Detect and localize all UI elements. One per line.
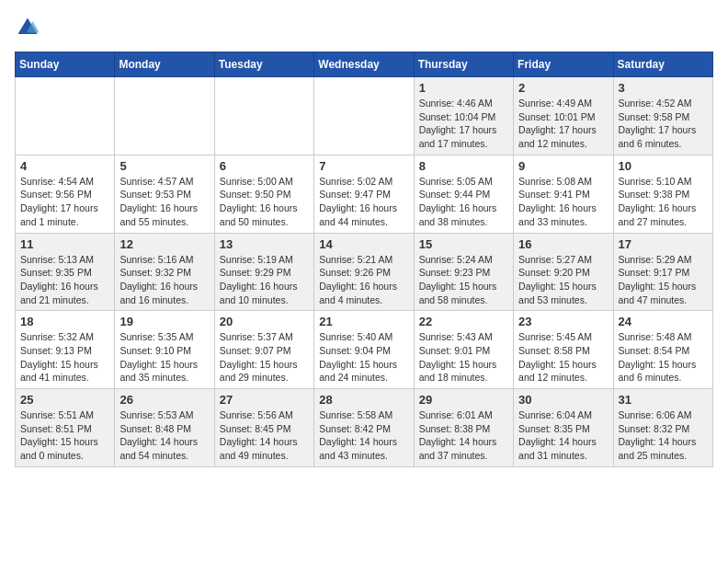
calendar-cell xyxy=(16,77,115,155)
calendar-cell: 11Sunrise: 5:13 AM Sunset: 9:35 PM Dayli… xyxy=(16,233,115,311)
calendar-cell xyxy=(214,77,313,155)
calendar-cell: 14Sunrise: 5:21 AM Sunset: 9:26 PM Dayli… xyxy=(314,233,414,311)
weekday-header: Saturday xyxy=(613,52,712,77)
day-info: Sunrise: 6:04 AM Sunset: 8:35 PM Dayligh… xyxy=(518,408,608,463)
day-number: 5 xyxy=(119,159,209,173)
day-number: 20 xyxy=(220,315,309,328)
weekday-header: Friday xyxy=(514,52,613,77)
page-header xyxy=(15,15,713,40)
day-number: 28 xyxy=(319,393,408,407)
day-info: Sunrise: 5:02 AM Sunset: 9:47 PM Dayligh… xyxy=(319,175,408,229)
day-info: Sunrise: 4:49 AM Sunset: 10:01 PM Daylig… xyxy=(518,97,608,151)
day-info: Sunrise: 4:57 AM Sunset: 9:53 PM Dayligh… xyxy=(119,175,209,229)
day-info: Sunrise: 4:46 AM Sunset: 10:04 PM Daylig… xyxy=(419,97,508,151)
day-number: 31 xyxy=(619,393,708,407)
calendar-cell: 5Sunrise: 4:57 AM Sunset: 9:53 PM Daylig… xyxy=(115,155,214,233)
calendar-cell: 1Sunrise: 4:46 AM Sunset: 10:04 PM Dayli… xyxy=(414,77,513,155)
logo xyxy=(15,15,44,40)
day-number: 29 xyxy=(419,393,508,407)
calendar-cell: 19Sunrise: 5:35 AM Sunset: 9:10 PM Dayli… xyxy=(115,311,214,389)
calendar-cell: 25Sunrise: 5:51 AM Sunset: 8:51 PM Dayli… xyxy=(16,389,115,467)
calendar-week-row: 25Sunrise: 5:51 AM Sunset: 8:51 PM Dayli… xyxy=(16,389,713,467)
day-number: 8 xyxy=(419,159,508,173)
calendar-cell xyxy=(314,77,414,155)
weekday-header: Thursday xyxy=(414,52,513,77)
day-info: Sunrise: 5:56 AM Sunset: 8:45 PM Dayligh… xyxy=(220,408,309,463)
day-number: 3 xyxy=(619,81,708,95)
day-number: 25 xyxy=(20,393,109,407)
day-info: Sunrise: 5:21 AM Sunset: 9:26 PM Dayligh… xyxy=(319,253,408,307)
weekday-header: Wednesday xyxy=(314,52,414,77)
day-info: Sunrise: 4:54 AM Sunset: 9:56 PM Dayligh… xyxy=(20,175,109,229)
day-info: Sunrise: 5:43 AM Sunset: 9:01 PM Dayligh… xyxy=(419,330,508,385)
calendar-cell: 29Sunrise: 6:01 AM Sunset: 8:38 PM Dayli… xyxy=(414,389,513,467)
day-number: 10 xyxy=(619,159,708,173)
day-info: Sunrise: 5:32 AM Sunset: 9:13 PM Dayligh… xyxy=(20,330,109,385)
calendar-week-row: 1Sunrise: 4:46 AM Sunset: 10:04 PM Dayli… xyxy=(16,77,713,155)
calendar-cell: 28Sunrise: 5:58 AM Sunset: 8:42 PM Dayli… xyxy=(314,389,414,467)
calendar-cell: 27Sunrise: 5:56 AM Sunset: 8:45 PM Dayli… xyxy=(214,389,313,467)
calendar-week-row: 4Sunrise: 4:54 AM Sunset: 9:56 PM Daylig… xyxy=(16,155,713,233)
calendar-cell: 2Sunrise: 4:49 AM Sunset: 10:01 PM Dayli… xyxy=(514,77,613,155)
calendar-cell: 9Sunrise: 5:08 AM Sunset: 9:41 PM Daylig… xyxy=(514,155,613,233)
calendar-cell: 20Sunrise: 5:37 AM Sunset: 9:07 PM Dayli… xyxy=(214,311,313,389)
calendar-week-row: 18Sunrise: 5:32 AM Sunset: 9:13 PM Dayli… xyxy=(16,311,713,389)
calendar-cell: 23Sunrise: 5:45 AM Sunset: 8:58 PM Dayli… xyxy=(514,311,613,389)
day-info: Sunrise: 5:51 AM Sunset: 8:51 PM Dayligh… xyxy=(20,408,109,463)
day-info: Sunrise: 5:16 AM Sunset: 9:32 PM Dayligh… xyxy=(119,253,209,307)
day-number: 30 xyxy=(518,393,608,407)
calendar-cell: 18Sunrise: 5:32 AM Sunset: 9:13 PM Dayli… xyxy=(16,311,115,389)
day-number: 26 xyxy=(119,393,209,407)
calendar-cell: 7Sunrise: 5:02 AM Sunset: 9:47 PM Daylig… xyxy=(314,155,414,233)
calendar-cell xyxy=(115,77,214,155)
calendar-header-row: SundayMondayTuesdayWednesdayThursdayFrid… xyxy=(16,52,713,77)
calendar-cell: 4Sunrise: 4:54 AM Sunset: 9:56 PM Daylig… xyxy=(16,155,115,233)
day-info: Sunrise: 5:45 AM Sunset: 8:58 PM Dayligh… xyxy=(518,330,608,385)
day-info: Sunrise: 5:35 AM Sunset: 9:10 PM Dayligh… xyxy=(119,330,209,385)
calendar-cell: 10Sunrise: 5:10 AM Sunset: 9:38 PM Dayli… xyxy=(613,155,712,233)
day-number: 6 xyxy=(220,159,309,173)
day-info: Sunrise: 5:19 AM Sunset: 9:29 PM Dayligh… xyxy=(220,253,309,307)
day-number: 23 xyxy=(518,315,608,328)
day-info: Sunrise: 5:08 AM Sunset: 9:41 PM Dayligh… xyxy=(518,175,608,229)
calendar-cell: 31Sunrise: 6:06 AM Sunset: 8:32 PM Dayli… xyxy=(613,389,712,467)
day-number: 15 xyxy=(419,237,508,251)
weekday-header: Monday xyxy=(115,52,214,77)
day-number: 13 xyxy=(220,237,309,251)
day-number: 18 xyxy=(20,315,109,328)
day-number: 1 xyxy=(419,81,508,95)
day-info: Sunrise: 5:10 AM Sunset: 9:38 PM Dayligh… xyxy=(619,175,708,229)
day-info: Sunrise: 5:05 AM Sunset: 9:44 PM Dayligh… xyxy=(419,175,508,229)
day-info: Sunrise: 5:48 AM Sunset: 8:54 PM Dayligh… xyxy=(619,330,708,385)
day-info: Sunrise: 5:40 AM Sunset: 9:04 PM Dayligh… xyxy=(319,330,408,385)
calendar-cell: 30Sunrise: 6:04 AM Sunset: 8:35 PM Dayli… xyxy=(514,389,613,467)
day-info: Sunrise: 5:27 AM Sunset: 9:20 PM Dayligh… xyxy=(518,253,608,307)
calendar-cell: 16Sunrise: 5:27 AM Sunset: 9:20 PM Dayli… xyxy=(514,233,613,311)
calendar-cell: 8Sunrise: 5:05 AM Sunset: 9:44 PM Daylig… xyxy=(414,155,513,233)
day-info: Sunrise: 5:37 AM Sunset: 9:07 PM Dayligh… xyxy=(220,330,309,385)
weekday-header: Tuesday xyxy=(214,52,313,77)
day-info: Sunrise: 5:58 AM Sunset: 8:42 PM Dayligh… xyxy=(319,408,408,463)
day-number: 22 xyxy=(419,315,508,328)
day-number: 2 xyxy=(518,81,608,95)
day-number: 11 xyxy=(20,237,109,251)
calendar-cell: 13Sunrise: 5:19 AM Sunset: 9:29 PM Dayli… xyxy=(214,233,313,311)
day-number: 19 xyxy=(119,315,209,328)
calendar-cell: 6Sunrise: 5:00 AM Sunset: 9:50 PM Daylig… xyxy=(214,155,313,233)
day-number: 4 xyxy=(20,159,109,173)
day-info: Sunrise: 5:29 AM Sunset: 9:17 PM Dayligh… xyxy=(619,253,708,307)
calendar-week-row: 11Sunrise: 5:13 AM Sunset: 9:35 PM Dayli… xyxy=(16,233,713,311)
calendar-cell: 15Sunrise: 5:24 AM Sunset: 9:23 PM Dayli… xyxy=(414,233,513,311)
calendar-cell: 26Sunrise: 5:53 AM Sunset: 8:48 PM Dayli… xyxy=(115,389,214,467)
calendar-cell: 17Sunrise: 5:29 AM Sunset: 9:17 PM Dayli… xyxy=(613,233,712,311)
calendar-cell: 21Sunrise: 5:40 AM Sunset: 9:04 PM Dayli… xyxy=(314,311,414,389)
day-number: 27 xyxy=(220,393,309,407)
day-number: 7 xyxy=(319,159,408,173)
day-info: Sunrise: 6:01 AM Sunset: 8:38 PM Dayligh… xyxy=(419,408,508,463)
day-info: Sunrise: 5:00 AM Sunset: 9:50 PM Dayligh… xyxy=(220,175,309,229)
logo-icon xyxy=(15,15,40,40)
day-number: 21 xyxy=(319,315,408,328)
calendar-cell: 12Sunrise: 5:16 AM Sunset: 9:32 PM Dayli… xyxy=(115,233,214,311)
calendar-cell: 24Sunrise: 5:48 AM Sunset: 8:54 PM Dayli… xyxy=(613,311,712,389)
day-number: 12 xyxy=(119,237,209,251)
